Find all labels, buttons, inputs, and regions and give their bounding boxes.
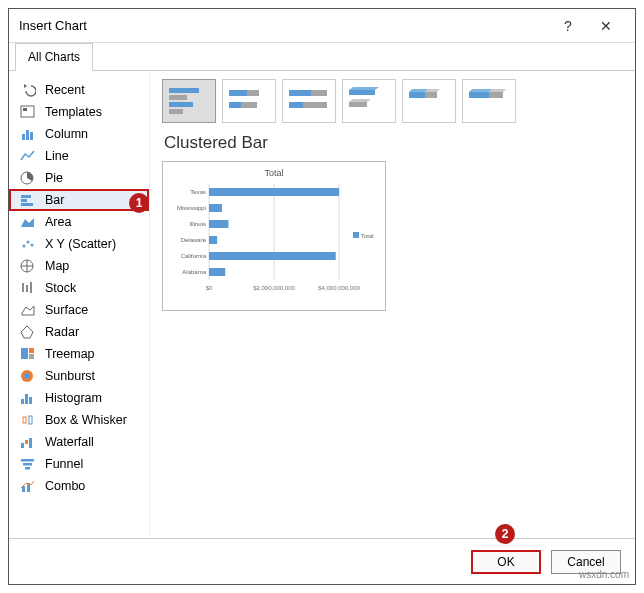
cat-recent[interactable]: Recent [9,79,149,101]
svg-rect-23 [29,416,32,424]
svg-rect-43 [303,102,327,108]
tab-all-charts[interactable]: All Charts [15,43,93,71]
annotation-badge-1: 1 [129,193,149,213]
svg-rect-0 [21,106,34,117]
svg-text:California: California [181,253,207,259]
cat-label: Stock [45,281,76,295]
svg-text:Total: Total [361,233,374,239]
cat-treemap[interactable]: Treemap [9,343,149,365]
cat-bar[interactable]: Bar 1 [9,189,149,211]
cat-sunburst[interactable]: Sunburst [9,365,149,387]
svg-rect-25 [25,440,28,444]
svg-rect-42 [289,102,303,108]
cat-surface[interactable]: Surface [9,299,149,321]
svg-rect-37 [247,90,259,96]
cat-label: Box & Whisker [45,413,127,427]
svg-rect-24 [21,443,24,448]
cat-radar[interactable]: Radar [9,321,149,343]
ok-button[interactable]: OK [471,550,541,574]
chart-subtype-panel: Clustered Bar Total $0$2,000,000,000$4,0… [149,71,635,537]
cat-histogram[interactable]: Histogram [9,387,149,409]
cat-templates[interactable]: Templates [9,101,149,123]
subtype-3d-clustered-bar[interactable] [342,79,396,123]
cat-label: Templates [45,105,102,119]
svg-rect-56 [209,188,339,196]
svg-rect-47 [425,92,437,98]
svg-rect-8 [21,203,33,206]
svg-rect-29 [25,467,30,470]
cat-label: Surface [45,303,88,317]
bar-chart-icon [19,192,37,208]
box-whisker-icon [19,412,37,428]
svg-rect-44 [349,90,375,95]
svg-rect-21 [29,397,32,404]
svg-rect-33 [169,95,187,100]
dialog-title: Insert Chart [19,18,549,33]
svg-rect-40 [289,90,311,96]
preview-plot: $0$2,000,000,000$4,000,000,000TexasMissi… [167,182,381,302]
cat-label: Treemap [45,347,95,361]
cat-funnel[interactable]: Funnel [9,453,149,475]
svg-rect-38 [229,102,241,108]
stock-chart-icon [19,280,37,296]
svg-rect-20 [25,394,28,404]
cat-column[interactable]: Column [9,123,149,145]
templates-icon [19,104,37,120]
chart-preview[interactable]: Total $0$2,000,000,000$4,000,000,000Texa… [162,161,386,311]
svg-rect-48 [469,92,489,98]
cat-waterfall[interactable]: Waterfall [9,431,149,453]
waterfall-chart-icon [19,434,37,450]
annotation-badge-2: 2 [495,524,515,544]
subtype-3d-stacked-bar[interactable] [402,79,456,123]
cat-label: Radar [45,325,79,339]
cat-pie[interactable]: Pie [9,167,149,189]
scatter-chart-icon [19,236,37,252]
radar-chart-icon [19,324,37,340]
svg-rect-32 [169,88,199,93]
cat-combo[interactable]: Combo [9,475,149,497]
cat-label: Area [45,215,71,229]
close-button[interactable]: ✕ [587,18,625,34]
sunburst-chart-icon [19,368,37,384]
cat-label: Histogram [45,391,102,405]
subtype-stacked-bar[interactable] [222,79,276,123]
svg-rect-60 [209,220,229,228]
insert-chart-dialog: Insert Chart ? ✕ All Charts Recent Templ… [8,8,636,585]
cat-scatter[interactable]: X Y (Scatter) [9,233,149,255]
cat-label: Pie [45,171,63,185]
subtype-3d-100-stacked-bar[interactable] [462,79,516,123]
undo-icon [19,82,37,98]
cat-map[interactable]: Map [9,255,149,277]
svg-point-9 [23,245,26,248]
cat-label: Bar [45,193,64,207]
subtype-title: Clustered Bar [164,133,623,153]
svg-rect-27 [21,459,34,462]
svg-rect-7 [21,199,27,202]
svg-rect-62 [209,236,217,244]
svg-text:$2,000,000,000: $2,000,000,000 [253,285,295,291]
cat-label: Combo [45,479,85,493]
dialog-footer: 2 OK Cancel [9,538,635,584]
svg-rect-28 [23,463,32,466]
map-chart-icon [19,258,37,274]
svg-rect-1 [23,108,27,111]
svg-rect-19 [21,399,24,404]
svg-text:Alabama: Alabama [182,269,206,275]
pie-chart-icon [19,170,37,186]
cat-label: Map [45,259,69,273]
svg-text:Mississippi: Mississippi [177,205,206,211]
cat-box-whisker[interactable]: Box & Whisker [9,409,149,431]
titlebar: Insert Chart ? ✕ [9,9,635,43]
svg-rect-46 [409,92,425,98]
subtype-clustered-bar[interactable] [162,79,216,123]
cat-area[interactable]: Area [9,211,149,233]
cat-line[interactable]: Line [9,145,149,167]
help-button[interactable]: ? [549,18,587,34]
preview-title: Total [167,168,381,178]
cat-label: Column [45,127,88,141]
chart-category-list: Recent Templates Column Line Pie Bar [9,71,149,537]
cat-label: Line [45,149,69,163]
cat-stock[interactable]: Stock [9,277,149,299]
svg-rect-3 [26,130,29,140]
subtype-100-stacked-bar[interactable] [282,79,336,123]
